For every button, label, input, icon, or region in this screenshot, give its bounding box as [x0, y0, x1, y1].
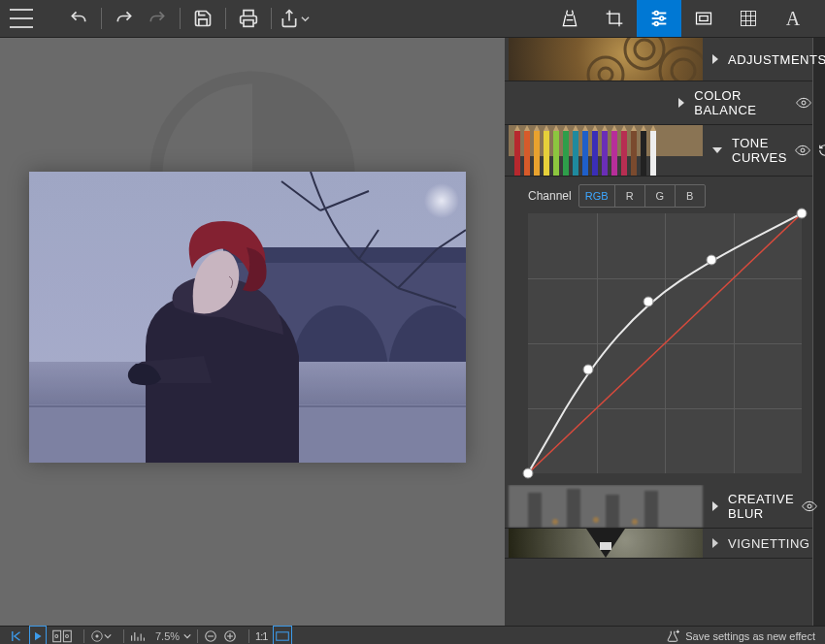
separator — [225, 8, 226, 29]
svg-point-79 — [55, 635, 58, 638]
collapse-icon — [712, 147, 722, 153]
svg-rect-57 — [631, 131, 637, 176]
histogram-icon[interactable] — [130, 627, 146, 644]
channel-g-button[interactable]: G — [644, 184, 676, 208]
top-toolbar: A — [0, 0, 825, 38]
svg-rect-53 — [611, 131, 617, 176]
panel-title: CREATIVE BLUR — [728, 492, 794, 521]
svg-rect-61 — [650, 131, 656, 176]
svg-point-80 — [66, 635, 69, 638]
flask-add-icon — [666, 629, 679, 643]
svg-rect-93 — [277, 632, 289, 640]
svg-rect-35 — [524, 131, 530, 176]
svg-point-27 — [672, 59, 695, 80]
svg-rect-9 — [700, 16, 708, 21]
redo-all-button[interactable] — [141, 2, 174, 35]
panel-title: COLOR BALANCE — [694, 88, 788, 117]
share-button[interactable] — [278, 2, 311, 35]
svg-point-73 — [808, 504, 811, 508]
panel-title: ADJUSTMENTS — [728, 52, 825, 67]
curve-point[interactable] — [644, 297, 654, 307]
print-button[interactable] — [232, 2, 265, 35]
redo-button[interactable] — [108, 2, 141, 35]
panel-vignetting[interactable]: VIGNETTING — [505, 529, 825, 559]
text-tool-icon[interactable]: A — [771, 0, 815, 37]
frame-tool-icon[interactable] — [681, 0, 726, 37]
save-button[interactable] — [186, 2, 219, 35]
channel-rgb-button[interactable]: RGB — [578, 184, 615, 208]
channel-r-button[interactable]: R — [614, 184, 645, 208]
curve-editor[interactable] — [528, 213, 802, 473]
photo-preview[interactable] — [29, 172, 466, 463]
panel-creativeblur[interactable]: CREATIVE BLUR — [505, 485, 825, 529]
svg-point-25 — [635, 40, 654, 59]
svg-rect-78 — [63, 630, 71, 641]
svg-marker-76 — [35, 632, 42, 640]
bottom-bar: 7.5% 1:1 Save settings as new effect — [0, 626, 825, 644]
eye-icon[interactable] — [796, 97, 811, 109]
reset-icon[interactable] — [818, 144, 825, 157]
canvas-area[interactable] — [0, 38, 505, 626]
svg-point-7 — [654, 22, 658, 26]
separator — [101, 8, 102, 29]
eye-icon[interactable] — [795, 145, 810, 156]
svg-rect-69 — [644, 491, 658, 528]
panel-tonecurves[interactable]: TONE CURVES — [505, 125, 825, 177]
crop-tool-icon[interactable] — [592, 0, 637, 37]
svg-rect-77 — [53, 630, 61, 641]
svg-point-26 — [660, 48, 703, 80]
expand-icon — [712, 501, 718, 511]
svg-point-71 — [593, 517, 599, 523]
compare-icon[interactable] — [52, 627, 72, 644]
curve-point[interactable] — [706, 255, 716, 266]
eye-icon[interactable] — [802, 500, 817, 512]
target-icon[interactable] — [90, 627, 112, 644]
separator — [123, 629, 124, 643]
svg-rect-66 — [528, 493, 542, 528]
channel-b-button[interactable]: B — [675, 184, 706, 208]
curve-point[interactable] — [583, 364, 594, 374]
hamburger-menu-icon[interactable] — [10, 9, 33, 28]
fit-1-1-button[interactable]: 1:1 — [255, 627, 267, 644]
separator — [197, 629, 198, 643]
svg-rect-41 — [553, 131, 559, 176]
undo-button[interactable] — [62, 2, 95, 35]
svg-rect-45 — [573, 131, 578, 176]
fit-screen-button[interactable] — [273, 626, 292, 644]
curve-point[interactable] — [523, 468, 534, 479]
svg-rect-23 — [29, 172, 466, 463]
panel-colorbalance[interactable]: COLOR BALANCE — [505, 81, 825, 125]
separator — [271, 8, 272, 29]
develop-tool-icon[interactable] — [547, 0, 592, 37]
svg-rect-10 — [742, 12, 756, 26]
panel-adjustments[interactable]: ADJUSTMENTS — [505, 38, 825, 81]
svg-rect-37 — [534, 131, 540, 176]
channel-selector: Channel RGB R G B — [528, 184, 808, 208]
separator — [180, 8, 181, 29]
play-button[interactable] — [29, 626, 47, 644]
svg-point-70 — [552, 519, 558, 525]
svg-point-24 — [625, 38, 664, 69]
zoom-value[interactable]: 7.5% — [155, 630, 180, 642]
sliders-tool-icon[interactable] — [637, 0, 681, 37]
svg-line-64 — [528, 213, 802, 473]
texture-tool-icon[interactable] — [726, 0, 771, 37]
svg-rect-59 — [641, 131, 646, 176]
svg-point-29 — [599, 68, 612, 80]
save-settings-area[interactable]: Save settings as new effect — [666, 629, 815, 643]
right-tool-tabs: A — [547, 0, 815, 37]
svg-rect-33 — [514, 131, 520, 176]
first-image-button[interactable] — [10, 627, 23, 644]
main-area: ADJUSTMENTS COLOR BALANCE — [0, 38, 825, 626]
svg-rect-67 — [567, 489, 580, 528]
curve-point[interactable] — [797, 209, 808, 219]
svg-point-72 — [632, 519, 638, 525]
zoom-in-button[interactable] — [223, 627, 237, 644]
channel-label: Channel — [528, 189, 572, 203]
svg-point-63 — [801, 148, 805, 152]
zoom-out-button[interactable] — [204, 627, 217, 644]
svg-rect-0 — [244, 20, 253, 27]
zoom-dropdown-icon[interactable] — [183, 632, 191, 640]
expand-icon — [712, 538, 718, 548]
svg-point-31 — [802, 101, 806, 105]
